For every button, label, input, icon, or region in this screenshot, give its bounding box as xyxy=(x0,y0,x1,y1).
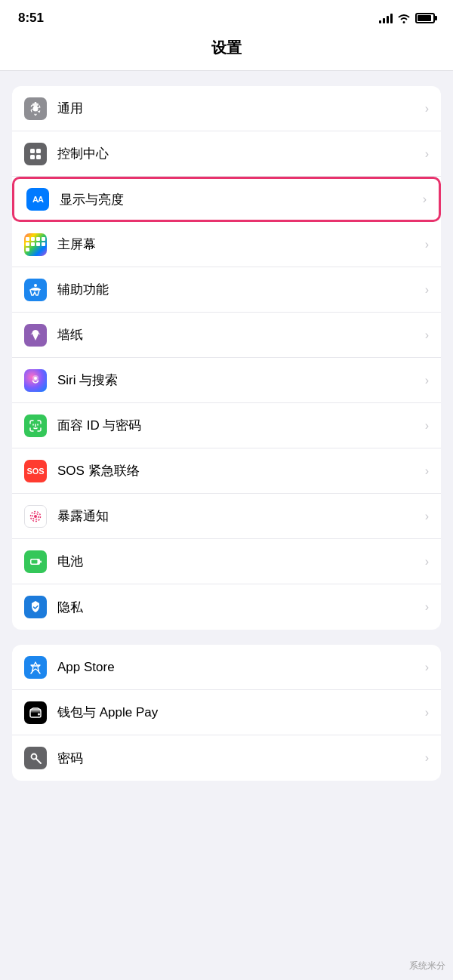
settings-row-general[interactable]: 通用 › xyxy=(12,86,441,131)
status-time: 8:51 xyxy=(18,11,44,26)
section-apps: App Store › 钱包与 Apple Pay › 密码 › xyxy=(12,645,441,781)
svg-point-7 xyxy=(34,377,37,380)
wallpaper-icon xyxy=(24,324,47,347)
general-chevron: › xyxy=(425,102,429,116)
wallet-label: 钱包与 Apple Pay xyxy=(57,704,425,721)
settings-row-wallet[interactable]: 钱包与 Apple Pay › xyxy=(12,690,441,735)
faceid-chevron: › xyxy=(425,419,429,433)
settings-row-faceid[interactable]: 面容 ID 与密码 › xyxy=(12,403,441,448)
display-chevron: › xyxy=(423,193,427,206)
faceid-label: 面容 ID 与密码 xyxy=(57,417,425,434)
password-label: 密码 xyxy=(57,750,425,767)
page-title: 设置 xyxy=(0,38,453,58)
settings-row-password[interactable]: 密码 › xyxy=(12,735,441,781)
siri-icon xyxy=(24,369,47,392)
settings-row-exposure[interactable]: 暴露通知 › xyxy=(12,494,441,539)
signal-icon xyxy=(379,13,393,23)
siri-chevron: › xyxy=(425,374,429,387)
privacy-icon xyxy=(24,596,47,618)
control-center-label: 控制中心 xyxy=(57,145,425,162)
svg-point-8 xyxy=(34,515,37,518)
watermark: 系统米分 xyxy=(409,960,445,972)
sos-chevron: › xyxy=(425,464,429,478)
settings-row-battery[interactable]: 电池 › xyxy=(12,539,441,584)
accessibility-label: 辅助功能 xyxy=(57,281,425,298)
svg-point-16 xyxy=(38,713,40,715)
page-title-bar: 设置 xyxy=(0,32,453,71)
general-icon xyxy=(24,97,47,120)
sos-icon: SOS xyxy=(24,460,47,482)
wallet-icon xyxy=(24,701,47,724)
settings-row-appstore[interactable]: App Store › xyxy=(12,645,441,690)
settings-row-accessibility[interactable]: 辅助功能 › xyxy=(12,267,441,313)
exposure-chevron: › xyxy=(425,510,429,523)
password-icon xyxy=(24,747,47,769)
privacy-label: 隐私 xyxy=(57,599,425,616)
appstore-icon xyxy=(24,656,47,679)
control-center-icon xyxy=(24,143,47,165)
section-general: 通用 › 控制中心 › AA 显示与亮度 › xyxy=(12,86,441,630)
homescreen-icon xyxy=(24,233,47,256)
wallpaper-label: 墙纸 xyxy=(57,326,425,344)
svg-rect-1 xyxy=(36,149,41,153)
settings-row-siri[interactable]: Siri 与搜索 › xyxy=(12,358,441,403)
sos-text: SOS xyxy=(26,467,44,476)
appstore-chevron: › xyxy=(425,661,429,674)
appstore-label: App Store xyxy=(57,660,425,675)
status-icons xyxy=(379,13,435,23)
svg-rect-13 xyxy=(32,559,38,563)
settings-row-control-center[interactable]: 控制中心 › xyxy=(12,131,441,177)
exposure-icon xyxy=(24,505,47,528)
battery-row-icon xyxy=(24,550,47,573)
wallet-chevron: › xyxy=(425,706,429,720)
svg-rect-15 xyxy=(30,710,41,713)
accessibility-icon xyxy=(24,279,47,301)
status-bar: 8:51 xyxy=(0,0,453,32)
settings-row-homescreen[interactable]: 主屏幕 › xyxy=(12,222,441,267)
sos-label: SOS 紧急联络 xyxy=(57,462,425,479)
accessibility-chevron: › xyxy=(425,283,429,297)
battery-icon xyxy=(415,13,435,23)
svg-rect-3 xyxy=(36,155,41,159)
general-label: 通用 xyxy=(57,100,425,117)
battery-chevron: › xyxy=(425,555,429,569)
settings-row-sos[interactable]: SOS SOS 紧急联络 › xyxy=(12,448,441,494)
privacy-chevron: › xyxy=(425,600,429,614)
settings-row-privacy[interactable]: 隐私 › xyxy=(12,584,441,630)
homescreen-chevron: › xyxy=(425,238,429,251)
homescreen-label: 主屏幕 xyxy=(57,236,425,253)
svg-point-4 xyxy=(34,284,37,287)
wifi-icon xyxy=(397,13,411,23)
display-label: 显示与亮度 xyxy=(60,191,423,208)
siri-label: Siri 与搜索 xyxy=(57,371,425,389)
settings-row-display[interactable]: AA 显示与亮度 › xyxy=(12,177,441,222)
svg-rect-2 xyxy=(30,155,35,159)
svg-rect-0 xyxy=(30,149,35,153)
svg-point-5 xyxy=(35,332,37,334)
control-center-chevron: › xyxy=(425,147,429,161)
display-icon: AA xyxy=(26,188,49,211)
faceid-icon xyxy=(24,414,47,437)
password-chevron: › xyxy=(425,751,429,765)
exposure-label: 暴露通知 xyxy=(57,507,425,525)
display-icon-text: AA xyxy=(32,195,43,204)
svg-rect-12 xyxy=(40,560,42,562)
wallpaper-chevron: › xyxy=(425,328,429,342)
battery-label: 电池 xyxy=(57,553,425,570)
settings-row-wallpaper[interactable]: 墙纸 › xyxy=(12,313,441,358)
